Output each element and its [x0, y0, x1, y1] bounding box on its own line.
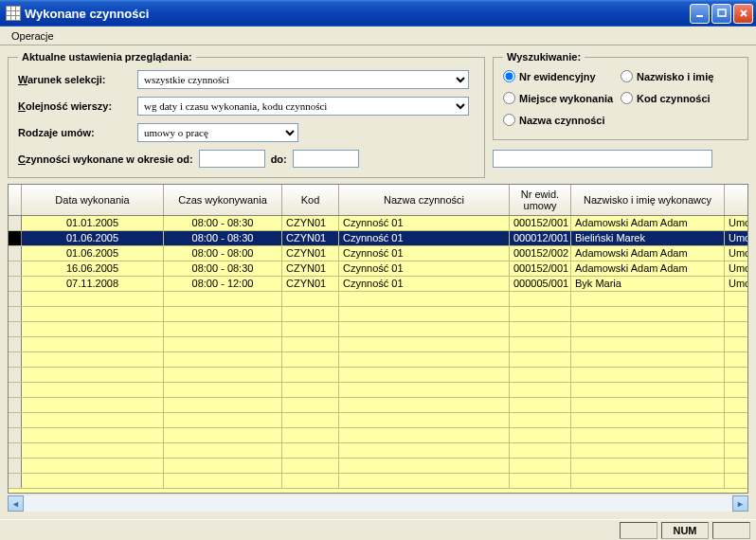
table-row: [9, 368, 747, 383]
header-last[interactable]: [725, 185, 748, 215]
cell-data: 01.06.2005: [22, 246, 164, 261]
status-num: NUM: [661, 522, 709, 539]
rodzaje-label: Rodzaje umów:: [18, 127, 132, 138]
row-marker: [9, 246, 22, 261]
cell-data: 01.06.2005: [22, 231, 164, 245]
app-icon: [6, 6, 21, 21]
table-row: [9, 307, 747, 322]
row-marker: [9, 261, 22, 276]
table-row: [9, 383, 747, 398]
rodzaje-select[interactable]: umowy o pracę: [137, 123, 298, 142]
header-kod[interactable]: Kod: [282, 185, 339, 215]
cell-czas: 08:00 - 08:30: [164, 216, 282, 230]
minimize-button[interactable]: [690, 4, 710, 24]
menubar: Operacje: [0, 27, 756, 45]
scroll-track[interactable]: [24, 495, 732, 512]
cell-kod: CZYN01: [282, 231, 339, 245]
radio-nazwa[interactable]: Nazwa czynności: [503, 114, 621, 126]
table-row[interactable]: 01.01.200508:00 - 08:30CZYN01Czynność 01…: [9, 216, 747, 231]
cell-data: 16.06.2005: [22, 261, 164, 276]
warunek-label: Warunek selekcji:: [18, 74, 132, 85]
cell-last: Umow: [725, 261, 748, 276]
header-data[interactable]: Data wykonania: [22, 185, 164, 215]
radio-miejsce[interactable]: Miejsce wykonania: [503, 92, 621, 104]
cell-nr: 000152/001: [510, 261, 571, 276]
cell-czas: 08:00 - 08:30: [164, 231, 282, 245]
cell-kod: CZYN01: [282, 246, 339, 261]
table-row[interactable]: 16.06.200508:00 - 08:30CZYN01Czynność 01…: [9, 261, 747, 277]
header-person[interactable]: Nazwisko i imię wykonawcy: [571, 185, 725, 215]
window-title: Wykonane czynności: [25, 7, 690, 21]
settings-fieldset: Aktualne ustawienia przeglądania: Warune…: [8, 51, 485, 178]
table-row: [9, 428, 747, 443]
grid-header: Data wykonania Czas wykonywania Kod Nazw…: [9, 185, 747, 216]
scroll-left-icon[interactable]: ◄: [8, 495, 24, 512]
cell-kod: CZYN01: [282, 261, 339, 276]
status-cell-empty2: [712, 522, 750, 539]
svg-rect-0: [696, 15, 703, 17]
okres-from-input[interactable]: [199, 150, 265, 168]
maximize-button[interactable]: [711, 4, 731, 24]
cell-nazwa: Czynność 01: [339, 277, 510, 291]
cell-kod: CZYN01: [282, 216, 339, 230]
warunek-select[interactable]: wszystkie czynności: [137, 70, 469, 89]
search-legend: Wyszukiwanie:: [503, 51, 585, 63]
okres-to-input[interactable]: [293, 150, 359, 168]
kolejnosc-select[interactable]: wg daty i czasu wykonania, kodu czynnośc…: [137, 97, 469, 116]
cell-nazwa: Czynność 01: [339, 231, 510, 245]
table-row: [9, 413, 747, 428]
cell-nr: 000152/002: [510, 246, 571, 261]
radio-nrewid[interactable]: Nr ewidencyjny: [503, 70, 621, 82]
cell-last: Umow: [725, 277, 748, 291]
status-cell-empty1: [620, 522, 657, 539]
table-row: [9, 459, 747, 474]
table-row: [9, 292, 747, 307]
radio-nazwisko[interactable]: Nazwisko i imię: [621, 70, 738, 82]
cell-nazwa: Czynność 01: [339, 246, 510, 261]
search-fieldset: Wyszukiwanie: Nr ewidencyjny Nazwisko i …: [493, 51, 748, 140]
cell-nr: 000012/001: [510, 231, 571, 245]
horizontal-scrollbar[interactable]: ◄ ►: [8, 495, 748, 512]
statusbar: NUM: [0, 519, 756, 540]
table-row: [9, 337, 747, 352]
table-row[interactable]: 01.06.200508:00 - 08:00CZYN01Czynność 01…: [9, 246, 747, 261]
svg-rect-1: [718, 9, 726, 16]
cell-czas: 08:00 - 08:30: [164, 261, 282, 276]
cell-person: Adamowski Adam Adam: [571, 246, 725, 261]
cell-czas: 08:00 - 12:00: [164, 277, 282, 291]
row-marker: [9, 277, 22, 291]
search-input[interactable]: [493, 150, 712, 168]
radio-kod[interactable]: Kod czynności: [621, 92, 738, 104]
cell-person: Adamowski Adam Adam: [571, 261, 725, 276]
kolejnosc-label: Kolejność wierszy:: [18, 100, 132, 112]
cell-nazwa: Czynność 01: [339, 216, 510, 230]
header-nazwa[interactable]: Nazwa czynności: [339, 185, 510, 215]
okres-do-label: do:: [271, 153, 287, 165]
cell-nr: 000005/001: [510, 277, 571, 291]
cell-person: Bieliński Marek: [571, 231, 725, 245]
scroll-right-icon[interactable]: ►: [732, 495, 748, 512]
row-marker: [9, 216, 22, 230]
menu-operacje[interactable]: Operacje: [4, 28, 62, 44]
cell-nr: 000152/001: [510, 216, 571, 230]
settings-legend: Aktualne ustawienia przeglądania:: [18, 51, 196, 63]
cell-czas: 08:00 - 08:00: [164, 246, 282, 261]
cell-nazwa: Czynność 01: [339, 261, 510, 276]
close-button[interactable]: [733, 4, 753, 24]
table-row[interactable]: 07.11.200808:00 - 12:00CZYN01Czynność 01…: [9, 277, 747, 292]
cell-person: Byk Maria: [571, 277, 725, 291]
table-row[interactable]: 01.06.200508:00 - 08:30CZYN01Czynność 01…: [9, 231, 747, 246]
header-czas[interactable]: Czas wykonywania: [164, 185, 282, 215]
data-grid: Data wykonania Czas wykonywania Kod Nazw…: [8, 184, 748, 494]
row-marker: [9, 231, 22, 245]
table-row: [9, 352, 747, 368]
table-row: [9, 322, 747, 337]
cell-data: 07.11.2008: [22, 277, 164, 291]
cell-data: 01.01.2005: [22, 216, 164, 230]
cell-person: Adamowski Adam Adam: [571, 216, 725, 230]
header-nr[interactable]: Nr ewid. umowy: [510, 185, 571, 215]
cell-last: Umow: [725, 216, 748, 230]
cell-last: Umow: [725, 246, 748, 261]
table-row: [9, 474, 747, 489]
cell-last: Umow: [725, 231, 748, 245]
